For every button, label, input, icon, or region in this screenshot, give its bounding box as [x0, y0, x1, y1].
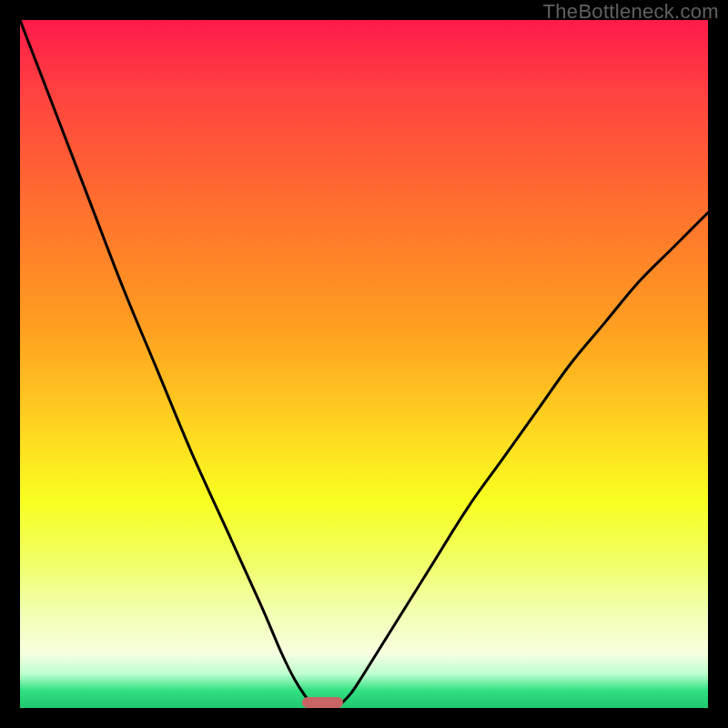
optimal-marker: [302, 697, 343, 708]
watermark-text: TheBottleneck.com: [543, 0, 719, 24]
left-curve: [20, 20, 316, 708]
right-curve: [337, 213, 708, 708]
curve-svg: [20, 20, 708, 708]
chart-area: [20, 20, 708, 708]
